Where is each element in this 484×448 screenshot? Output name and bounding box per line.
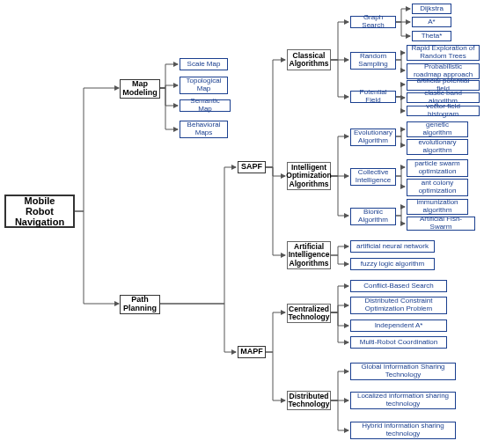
aco-node: ant colony optimization — [407, 179, 468, 196]
random-sampling-node: Random Sampling — [350, 52, 396, 70]
global-share-node: Global Information Sharing Technology — [350, 363, 456, 380]
ann-node: artificial neural network — [350, 240, 435, 253]
ai-node: Artificial Intelligence Algorithms — [287, 241, 331, 269]
immun-node: immunization algorithm — [407, 199, 468, 215]
dcop-node: Distributed Constraint Optimization Prob… — [350, 297, 447, 314]
sapf-node: SAPF — [238, 161, 266, 173]
evoalg-node: evolutionary algorithm — [407, 139, 468, 155]
map-modeling-node: Map Modeling — [120, 79, 160, 99]
astar-node: A* — [412, 17, 451, 27]
cbs-node: Conflict-Based Search — [350, 280, 447, 292]
hybrid-share-node: Hybrid information sharing technology — [350, 422, 456, 439]
centralized-node: Centralized Technology — [287, 304, 331, 323]
intelligent-node: Intelligent Optimization Algorithms — [287, 162, 331, 190]
root-node: Mobile Robot Navigation — [4, 195, 75, 228]
fuzzy-node: fuzzy logic algorithm — [350, 258, 435, 270]
evolutionary-node: Evolutionary Algorithm — [350, 129, 396, 146]
distributed-node: Distributed Technology — [287, 391, 331, 410]
graph-search-node: Graph Search — [350, 16, 396, 28]
dijkstra-node: Dijkstra — [412, 4, 451, 14]
topological-map-node: Topological Map — [180, 77, 228, 94]
behavioral-maps-node: Behavioral Maps — [180, 121, 228, 138]
mapf-node: MAPF — [238, 346, 266, 358]
theta-node: Theta* — [412, 31, 451, 41]
afs-node: Artificial Fish-Swarm — [407, 217, 475, 231]
genetic-node: genetic algorithm — [407, 121, 468, 137]
rrt-node: Rapid Exploration of Random Trees — [407, 45, 480, 61]
potential-field-node: Potential Field — [350, 91, 396, 103]
vfh-node: vector field histogram — [407, 106, 480, 116]
scale-map-node: Scale Map — [180, 58, 228, 70]
path-planning-node: Path Planning — [120, 295, 160, 314]
mrc-node: Multi-Robot Coordination — [350, 336, 447, 349]
ida-node: Independent A* — [350, 319, 447, 332]
bionic-node: Bionic Algorithm — [350, 208, 396, 225]
pso-node: particle swarm optimization — [407, 159, 468, 177]
semantic-map-node: Semantic Map — [180, 99, 231, 112]
local-share-node: Localized information sharing technology — [350, 392, 456, 409]
classical-node: Classical Algorithms — [287, 49, 331, 70]
elastic-node: elastic band algorithm — [407, 92, 480, 103]
collective-node: Collective Intelligence — [350, 168, 396, 186]
